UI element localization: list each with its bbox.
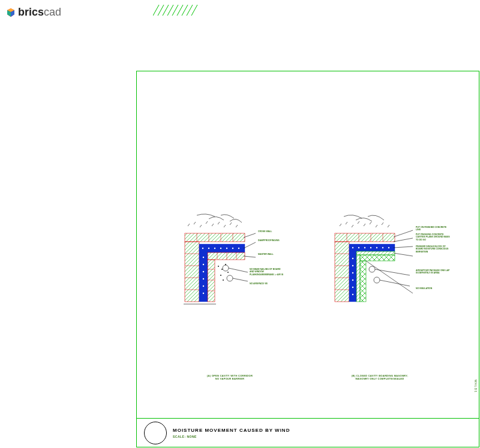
svg-line-6 <box>182 5 188 16</box>
svg-point-33 <box>203 278 204 279</box>
svg-point-25 <box>214 248 215 249</box>
note-b1: PUT ON FINISHED CONCRETE LINE <box>416 226 451 231</box>
svg-point-23 <box>202 248 203 249</box>
svg-line-52 <box>229 268 248 272</box>
svg-rect-22 <box>199 252 208 302</box>
svg-line-99 <box>366 261 413 293</box>
hatch-pattern-swatch <box>153 5 201 16</box>
svg-rect-90 <box>360 261 366 302</box>
note-b5: NO INSULATION <box>416 287 451 290</box>
svg-point-78 <box>376 247 377 248</box>
svg-point-29 <box>238 248 239 249</box>
svg-point-79 <box>382 247 383 248</box>
note-a4: NO BEAM NAILING OF BOARD AND WINDOW PLAN… <box>250 268 284 276</box>
drawing-frame: CROSS WALL DAMPPROOFING/WS MASTER WALL N… <box>136 71 479 447</box>
svg-point-76 <box>364 247 365 248</box>
svg-line-7 <box>187 5 193 16</box>
svg-line-55 <box>244 242 256 248</box>
svg-point-45 <box>221 269 223 270</box>
svg-point-81 <box>352 258 353 259</box>
svg-rect-63 <box>335 242 349 302</box>
svg-point-32 <box>203 271 204 272</box>
svg-point-83 <box>352 272 353 273</box>
svg-point-24 <box>208 248 209 249</box>
svg-rect-11 <box>185 233 245 242</box>
svg-point-35 <box>203 293 204 294</box>
svg-point-77 <box>370 247 371 248</box>
detail-a-caption: (A) OPEN CAVITY WITH CORRIDOR NO VAPOUR … <box>197 374 263 380</box>
note-b4: AIR/VAPOUR PACKAGE ONE LAP IS DEFINITELY… <box>416 269 451 275</box>
svg-point-34 <box>203 285 204 287</box>
svg-line-54 <box>244 233 256 237</box>
svg-line-3 <box>167 5 173 16</box>
svg-line-56 <box>244 256 256 257</box>
title-block: MOISTURE MOVEMENT CAUSED BY WIND SCALE: … <box>137 418 479 447</box>
bricscad-logo-icon <box>6 8 16 17</box>
svg-rect-89 <box>360 255 395 261</box>
svg-rect-12 <box>185 242 199 302</box>
bricscad-logo-text: bricscad <box>18 6 61 19</box>
svg-line-96 <box>394 238 413 242</box>
svg-line-4 <box>172 5 178 16</box>
svg-point-80 <box>388 247 389 248</box>
svg-point-50 <box>223 265 229 271</box>
svg-point-26 <box>220 248 221 249</box>
svg-point-51 <box>227 275 233 281</box>
svg-line-2 <box>163 5 169 16</box>
drawing-number-side: WALD1 <box>474 380 478 393</box>
svg-line-97 <box>394 246 413 248</box>
svg-line-95 <box>394 230 413 237</box>
svg-line-8 <box>191 5 197 16</box>
note-a5: NO AIRSPACE VB <box>250 282 284 285</box>
svg-rect-36 <box>208 252 245 260</box>
svg-point-85 <box>352 287 353 288</box>
note-b2: PUT FINISHING CONCRETE CAVITIES PLANK GR… <box>416 233 451 241</box>
svg-rect-87 <box>356 251 395 255</box>
svg-rect-72 <box>349 244 395 251</box>
bricscad-logo: bricscad <box>6 6 61 19</box>
svg-point-82 <box>352 265 353 266</box>
svg-line-93 <box>375 269 410 275</box>
svg-point-84 <box>352 279 353 281</box>
title-block-circle-icon <box>144 422 167 444</box>
note-b3: FINISHED SINGLE BLOCK OF BOARD MOISTURE … <box>416 245 451 253</box>
svg-point-75 <box>358 247 359 248</box>
svg-point-74 <box>352 247 353 248</box>
svg-line-5 <box>177 5 183 16</box>
svg-line-53 <box>233 278 248 281</box>
svg-point-44 <box>218 266 219 267</box>
svg-rect-37 <box>208 260 215 302</box>
drawing-scale: SCALE: NONE <box>173 435 290 438</box>
svg-point-28 <box>232 248 233 249</box>
svg-point-30 <box>203 257 204 258</box>
svg-point-47 <box>220 275 221 276</box>
note-a2: DAMPPROOFING/WS <box>258 239 293 242</box>
svg-point-48 <box>227 272 229 273</box>
detail-b-caption: (B) CLOSED CAVITY BOARDING MASONRY, MASO… <box>347 374 413 380</box>
svg-line-1 <box>158 5 164 16</box>
svg-point-91 <box>369 266 375 272</box>
svg-point-27 <box>226 248 227 249</box>
svg-point-86 <box>352 294 353 295</box>
svg-line-0 <box>153 5 159 16</box>
svg-line-98 <box>394 253 413 256</box>
svg-rect-62 <box>335 233 395 242</box>
svg-rect-21 <box>199 244 245 252</box>
svg-point-46 <box>225 264 226 265</box>
note-a1: CROSS WALL <box>258 230 293 233</box>
drawing-title: MOISTURE MOVEMENT CAUSED BY WIND <box>173 428 290 433</box>
svg-point-92 <box>374 277 380 283</box>
svg-rect-88 <box>356 255 360 302</box>
note-a3: MASTER WALL <box>258 253 293 255</box>
svg-point-31 <box>203 264 204 265</box>
svg-point-49 <box>223 279 224 281</box>
